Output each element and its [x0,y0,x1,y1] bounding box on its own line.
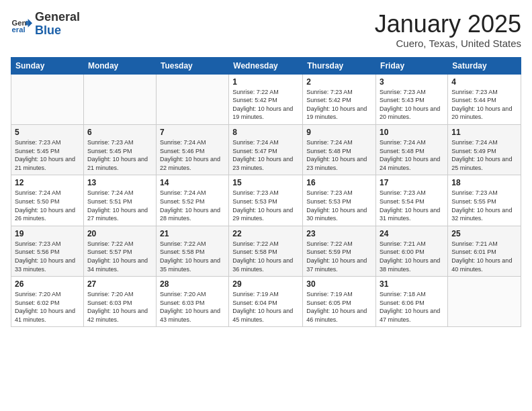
day-number: 21 [160,229,225,238]
calendar-cell: 18Sunrise: 7:23 AMSunset: 5:55 PMDayligh… [448,175,521,226]
day-number: 14 [160,178,225,187]
day-info: Sunrise: 7:23 AMSunset: 5:54 PMDaylight:… [380,189,444,222]
calendar-cell: 5Sunrise: 7:23 AMSunset: 5:45 PMDaylight… [11,124,84,175]
day-info: Sunrise: 7:24 AMSunset: 5:49 PMDaylight:… [451,138,517,172]
calendar-cell: 10Sunrise: 7:24 AMSunset: 5:48 PMDayligh… [376,124,448,175]
day-info: Sunrise: 7:19 AMSunset: 6:05 PMDaylight:… [306,290,372,324]
calendar-cell [156,74,228,124]
day-number: 24 [380,229,444,238]
day-number: 9 [306,128,372,137]
column-header-wednesday: Wednesday [229,57,303,74]
day-number: 8 [232,128,299,137]
day-number: 13 [87,178,152,187]
day-info: Sunrise: 7:22 AMSunset: 5:58 PMDaylight:… [160,240,225,273]
calendar-cell: 9Sunrise: 7:24 AMSunset: 5:48 PMDaylight… [303,124,376,175]
day-number: 31 [380,279,444,289]
calendar-title: January 2025 [375,11,521,38]
calendar-cell: 2Sunrise: 7:23 AMSunset: 5:42 PMDaylight… [303,74,376,124]
calendar-cell: 23Sunrise: 7:22 AMSunset: 5:59 PMDayligh… [303,226,376,276]
day-number: 6 [87,128,152,137]
calendar-subtitle: Cuero, Texas, United States [375,38,521,49]
calendar-cell: 30Sunrise: 7:19 AMSunset: 6:05 PMDayligh… [303,277,376,327]
day-info: Sunrise: 7:23 AMSunset: 5:53 PMDaylight:… [306,189,372,222]
day-info: Sunrise: 7:23 AMSunset: 5:55 PMDaylight:… [451,189,517,222]
calendar-cell [448,277,521,327]
svg-rect-3 [26,21,28,25]
calendar-cell: 6Sunrise: 7:23 AMSunset: 5:45 PMDaylight… [83,124,156,175]
day-info: Sunrise: 7:24 AMSunset: 5:48 PMDaylight:… [306,138,372,172]
calendar-cell: 24Sunrise: 7:21 AMSunset: 6:00 PMDayligh… [376,226,448,276]
calendar-cell: 16Sunrise: 7:23 AMSunset: 5:53 PMDayligh… [303,175,376,226]
calendar-cell: 14Sunrise: 7:24 AMSunset: 5:52 PMDayligh… [156,175,228,226]
day-number: 29 [232,279,299,289]
day-info: Sunrise: 7:20 AMSunset: 6:02 PMDaylight:… [15,290,80,324]
calendar-cell: 31Sunrise: 7:18 AMSunset: 6:06 PMDayligh… [376,277,448,327]
day-number: 12 [15,178,80,187]
calendar-header-row: SundayMondayTuesdayWednesdayThursdayFrid… [11,57,521,74]
day-info: Sunrise: 7:20 AMSunset: 6:03 PMDaylight:… [160,290,225,324]
page-header: Gen eral General Blue January 2025 Cuero… [11,11,521,49]
day-info: Sunrise: 7:23 AMSunset: 5:45 PMDaylight:… [87,138,152,172]
calendar-cell: 19Sunrise: 7:23 AMSunset: 5:56 PMDayligh… [11,226,84,276]
calendar-cell: 13Sunrise: 7:24 AMSunset: 5:51 PMDayligh… [83,175,156,226]
day-info: Sunrise: 7:23 AMSunset: 5:44 PMDaylight:… [451,88,517,122]
day-number: 17 [380,178,444,187]
day-info: Sunrise: 7:23 AMSunset: 5:45 PMDaylight:… [15,138,80,172]
calendar-cell: 26Sunrise: 7:20 AMSunset: 6:02 PMDayligh… [11,277,84,327]
calendar-cell: 15Sunrise: 7:23 AMSunset: 5:53 PMDayligh… [229,175,303,226]
calendar-week-row: 1Sunrise: 7:22 AMSunset: 5:42 PMDaylight… [11,74,521,124]
calendar-cell: 8Sunrise: 7:24 AMSunset: 5:47 PMDaylight… [229,124,303,175]
day-number: 22 [232,229,299,238]
day-number: 30 [306,279,372,289]
calendar-cell: 22Sunrise: 7:22 AMSunset: 5:58 PMDayligh… [229,226,303,276]
day-number: 11 [451,128,517,137]
day-info: Sunrise: 7:24 AMSunset: 5:46 PMDaylight:… [160,138,225,172]
day-info: Sunrise: 7:23 AMSunset: 5:43 PMDaylight:… [380,88,444,122]
day-number: 18 [451,178,517,187]
calendar-cell: 11Sunrise: 7:24 AMSunset: 5:49 PMDayligh… [448,124,521,175]
day-number: 28 [160,279,225,289]
day-number: 19 [15,229,80,238]
column-header-friday: Friday [376,57,448,74]
day-number: 1 [232,77,299,87]
day-number: 26 [15,279,80,289]
calendar-body: 1Sunrise: 7:22 AMSunset: 5:42 PMDaylight… [11,74,521,327]
column-header-sunday: Sunday [11,57,84,74]
svg-marker-2 [28,19,32,28]
day-info: Sunrise: 7:22 AMSunset: 5:57 PMDaylight:… [87,240,152,273]
calendar-cell [11,74,84,124]
column-header-thursday: Thursday [303,57,376,74]
calendar-cell: 27Sunrise: 7:20 AMSunset: 6:03 PMDayligh… [83,277,156,327]
day-info: Sunrise: 7:23 AMSunset: 5:42 PMDaylight:… [306,88,372,122]
day-info: Sunrise: 7:21 AMSunset: 6:00 PMDaylight:… [380,240,444,273]
day-info: Sunrise: 7:24 AMSunset: 5:47 PMDaylight:… [232,138,299,172]
calendar-cell: 21Sunrise: 7:22 AMSunset: 5:58 PMDayligh… [156,226,228,276]
day-number: 10 [380,128,444,137]
day-number: 4 [451,77,517,87]
calendar-cell: 28Sunrise: 7:20 AMSunset: 6:03 PMDayligh… [156,277,228,327]
title-block: January 2025 Cuero, Texas, United States [375,11,521,49]
day-number: 3 [380,77,444,87]
day-number: 5 [15,128,80,137]
calendar-cell: 29Sunrise: 7:19 AMSunset: 6:04 PMDayligh… [229,277,303,327]
calendar-cell: 3Sunrise: 7:23 AMSunset: 5:43 PMDaylight… [376,74,448,124]
day-info: Sunrise: 7:24 AMSunset: 5:48 PMDaylight:… [380,138,444,172]
day-info: Sunrise: 7:24 AMSunset: 5:51 PMDaylight:… [87,189,152,222]
day-number: 7 [160,128,225,137]
day-number: 15 [232,178,299,187]
calendar-cell: 20Sunrise: 7:22 AMSunset: 5:57 PMDayligh… [83,226,156,276]
calendar-cell: 12Sunrise: 7:24 AMSunset: 5:50 PMDayligh… [11,175,84,226]
logo-text: General Blue [35,11,80,38]
calendar-week-row: 12Sunrise: 7:24 AMSunset: 5:50 PMDayligh… [11,175,521,226]
day-info: Sunrise: 7:22 AMSunset: 5:42 PMDaylight:… [232,88,299,122]
calendar-cell: 17Sunrise: 7:23 AMSunset: 5:54 PMDayligh… [376,175,448,226]
day-info: Sunrise: 7:24 AMSunset: 5:50 PMDaylight:… [15,189,80,222]
calendar-cell: 4Sunrise: 7:23 AMSunset: 5:44 PMDaylight… [448,74,521,124]
day-number: 25 [451,229,517,238]
day-info: Sunrise: 7:22 AMSunset: 5:59 PMDaylight:… [306,240,372,273]
calendar-week-row: 19Sunrise: 7:23 AMSunset: 5:56 PMDayligh… [11,226,521,276]
day-info: Sunrise: 7:23 AMSunset: 5:56 PMDaylight:… [15,240,80,273]
column-header-saturday: Saturday [448,57,521,74]
day-info: Sunrise: 7:22 AMSunset: 5:58 PMDaylight:… [232,240,299,273]
day-number: 20 [87,229,152,238]
